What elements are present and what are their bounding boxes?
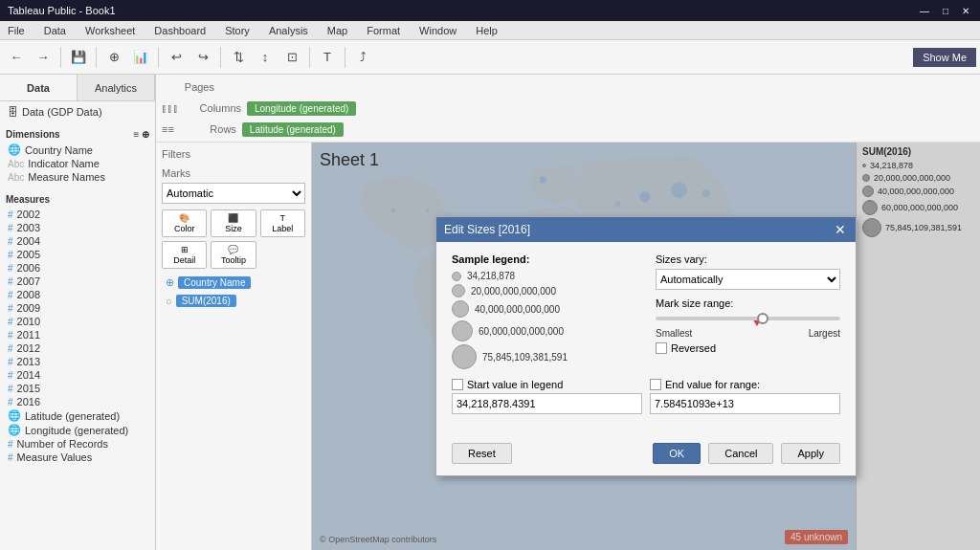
measure-2004[interactable]: #2004 xyxy=(6,234,149,248)
menu-help[interactable]: Help xyxy=(472,25,501,36)
sample-circle-5 xyxy=(452,344,477,369)
measure-lat[interactable]: 🌐Latitude (generated) xyxy=(6,408,149,423)
end-value-input[interactable] xyxy=(650,393,840,414)
size-button[interactable]: ⬛ Size xyxy=(211,209,256,237)
cancel-button[interactable]: Cancel xyxy=(708,443,773,464)
globe-icon: 🌐 xyxy=(8,143,21,156)
detail-button[interactable]: ⊞ Detail xyxy=(162,241,207,269)
color-button[interactable]: 🎨 Color xyxy=(162,209,207,237)
measure-2010[interactable]: #2010 xyxy=(6,315,149,328)
fit-button[interactable]: ⊡ xyxy=(279,45,304,70)
end-value-col: End value for range: xyxy=(650,379,840,414)
mark-sum-pill[interactable]: SUM(2016) xyxy=(176,295,236,307)
dim-label: Measure Names xyxy=(28,171,105,183)
menu-worksheet[interactable]: Worksheet xyxy=(81,25,139,36)
measure-2015[interactable]: #2015 xyxy=(6,382,149,395)
measure-2009[interactable]: #2009 xyxy=(6,301,149,315)
end-value-checkbox[interactable] xyxy=(650,379,661,390)
tab-analytics[interactable]: Analytics xyxy=(78,75,155,100)
sample-row-5: 75,845,109,381,591 xyxy=(452,344,636,369)
tooltip-button[interactable]: 💬 Tooltip xyxy=(211,241,256,269)
measure-lon[interactable]: 🌐Longitude (generated) xyxy=(6,423,149,437)
menu-bar: File Data Worksheet Dashboard Story Anal… xyxy=(0,21,980,40)
measure-2003[interactable]: #2003 xyxy=(6,221,149,234)
dim-label: Country Name xyxy=(25,144,93,156)
tab-data[interactable]: Data xyxy=(0,75,78,100)
back-button[interactable]: ← xyxy=(4,45,29,70)
menu-story[interactable]: Story xyxy=(221,25,254,36)
measure-2002[interactable]: #2002 xyxy=(6,208,149,221)
measure-2005[interactable]: #2005 xyxy=(6,248,149,261)
measure-2011[interactable]: #2011 xyxy=(6,328,149,341)
rows-pill[interactable]: Latitude (generated) xyxy=(242,122,344,137)
hash-icon: # xyxy=(8,439,13,450)
sample-text-5: 75,845,109,381,591 xyxy=(482,352,568,363)
dim-country-name[interactable]: 🌐 Country Name xyxy=(6,143,149,157)
menu-window[interactable]: Window xyxy=(415,25,460,36)
forward-button[interactable]: → xyxy=(31,45,56,70)
columns-pill[interactable]: Longitude (generated) xyxy=(247,101,356,116)
measure-2012[interactable]: #2012 xyxy=(6,341,149,355)
ok-button[interactable]: OK xyxy=(653,443,701,464)
data-source-item[interactable]: 🗄 Data (GDP Data) xyxy=(6,105,149,119)
measure-values[interactable]: #Measure Values xyxy=(6,451,149,464)
show-me-button[interactable]: Show Me xyxy=(913,48,976,67)
measure-2014[interactable]: #2014 xyxy=(6,368,149,382)
reset-button[interactable]: Reset xyxy=(452,443,512,464)
rows-icon: ≡≡ xyxy=(162,123,174,135)
reversed-checkbox[interactable] xyxy=(656,342,667,354)
hash-icon: # xyxy=(8,223,13,233)
redo-button[interactable]: ↪ xyxy=(190,45,215,70)
abc-icon: Abc xyxy=(8,159,24,169)
pages-label: Pages xyxy=(162,81,214,93)
slider-track[interactable] xyxy=(656,317,840,320)
start-value-input[interactable] xyxy=(452,393,642,414)
marks-buttons-grid: 🎨 Color ⬛ Size T Label ⊞ xyxy=(162,209,305,269)
measure-2008[interactable]: #2008 xyxy=(6,288,149,301)
main-layout: Data Analytics 🗄 Data (GDP Data) Dimensi… xyxy=(0,75,980,550)
data-source-section: 🗄 Data (GDP Data) xyxy=(0,101,155,122)
measure-2013[interactable]: #2013 xyxy=(6,355,149,368)
color-icon: 🎨 xyxy=(179,213,189,223)
save-button[interactable]: 💾 xyxy=(66,45,91,70)
maximize-button[interactable]: □ xyxy=(940,6,951,16)
menu-dashboard[interactable]: Dashboard xyxy=(150,25,210,36)
minimize-button[interactable]: — xyxy=(917,6,932,16)
hash-icon: # xyxy=(8,384,13,394)
menu-format[interactable]: Format xyxy=(363,25,404,36)
measure-2016[interactable]: #2016 xyxy=(6,395,149,408)
menu-analysis[interactable]: Analysis xyxy=(265,25,312,36)
mark-size-label: Mark size range: xyxy=(656,297,840,309)
label-button[interactable]: T Label xyxy=(260,209,305,237)
dialog-close-button[interactable]: ✕ xyxy=(833,222,848,237)
hash-icon: # xyxy=(8,236,13,247)
mark-country-pill[interactable]: Country Name xyxy=(178,276,251,289)
add-sheet-button[interactable]: 📊 xyxy=(128,45,153,70)
sizes-vary-dropdown[interactable]: Automatically Manually xyxy=(656,269,840,290)
new-datasource-button[interactable]: ⊕ xyxy=(101,45,126,70)
share-button[interactable]: ⤴ xyxy=(350,45,375,70)
mark-item-icon: ⊕ xyxy=(166,276,174,289)
shelf-area: Pages ⫿⫿⫿ Columns Longitude (generated) … xyxy=(156,75,980,143)
start-value-checkbox[interactable] xyxy=(452,379,463,390)
dim-measure-names[interactable]: Abc Measure Names xyxy=(6,170,149,184)
measure-2007[interactable]: #2007 xyxy=(6,275,149,288)
dim-indicator-name[interactable]: Abc Indicator Name xyxy=(6,157,149,170)
slider-thumb[interactable] xyxy=(757,313,768,324)
swap-button[interactable]: ⇅ xyxy=(226,45,251,70)
menu-file[interactable]: File xyxy=(4,25,29,36)
menu-data[interactable]: Data xyxy=(40,25,70,36)
menu-map[interactable]: Map xyxy=(323,25,351,36)
left-panel-tabs: Data Analytics xyxy=(0,75,155,101)
close-button[interactable]: ✕ xyxy=(959,6,972,16)
sample-row-4: 60,000,000,000,000 xyxy=(452,320,636,341)
apply-button[interactable]: Apply xyxy=(781,443,840,464)
marks-type-dropdown[interactable]: Automatic xyxy=(162,183,305,204)
label-button[interactable]: T xyxy=(315,45,340,70)
measure-records[interactable]: #Number of Records xyxy=(6,437,149,451)
undo-button[interactable]: ↩ xyxy=(164,45,189,70)
measure-2006[interactable]: #2006 xyxy=(6,261,149,275)
slider-container: Smallest Largest xyxy=(656,317,840,339)
sort-button[interactable]: ↕ xyxy=(253,45,278,70)
marks-panel: Filters Marks Automatic 🎨 Color ⬛ Size xyxy=(156,143,312,550)
